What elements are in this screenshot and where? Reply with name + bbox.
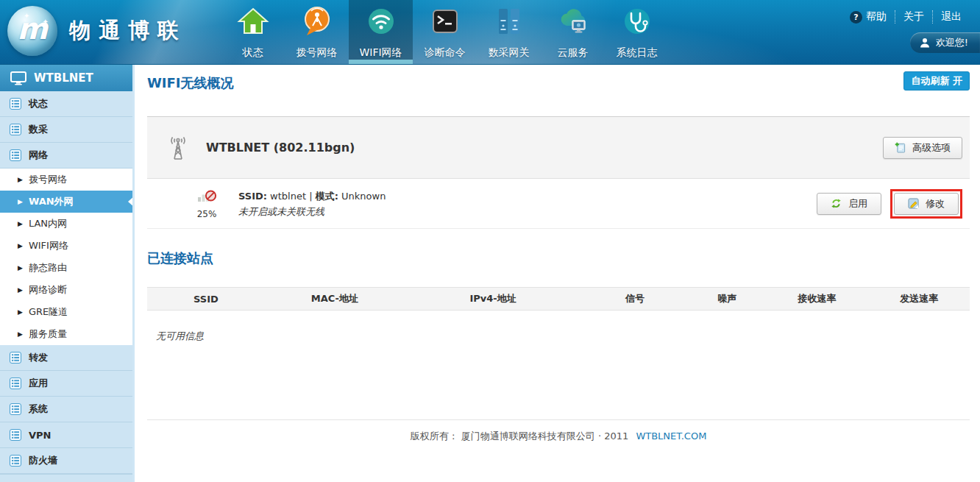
list-icon <box>10 429 21 441</box>
nav-label: 拨号网络 <box>285 46 349 60</box>
stations-header-row: SSID MAC-地址 IPv4-地址 信号 噪声 接收速率 发送速率 <box>147 288 970 311</box>
page-footer: 版权所有： 厦门物通博联网络科技有限公司 · 2011 WTBLNET.COM <box>147 419 970 443</box>
enable-label: 启用 <box>848 197 867 210</box>
nav-tab-data-gateway[interactable]: 数采网关 <box>477 0 541 65</box>
wifi-device-title: WTBLNET (802.11bgn) <box>206 141 355 155</box>
brand-name: 物通博联 <box>69 16 187 46</box>
sidebar-item-data-collect[interactable]: 数采 <box>0 117 135 143</box>
welcome-pill[interactable]: 欢迎您! <box>910 32 980 53</box>
about-label: 关于 <box>903 10 924 24</box>
sidebar-item-gre-tunnel[interactable]: ▶ GRE隧道 <box>0 301 132 323</box>
col-signal: 信号 <box>581 288 688 311</box>
sidebar-item-label: 网络 <box>29 149 48 162</box>
edit-icon <box>908 198 919 209</box>
nav-tab-cloud-service[interactable]: 云服务 <box>541 0 605 65</box>
sidebar-item-network[interactable]: 网络 <box>0 143 135 169</box>
wifi-status-text: 未开启或未关联无线 <box>238 204 386 219</box>
empty-table-message: 无可用信息 <box>156 330 970 343</box>
nav-tab-status[interactable]: 状态 <box>221 0 285 65</box>
utility-links: ? 帮助 关于 退出 <box>842 10 970 24</box>
advanced-options-label: 高级选项 <box>912 141 951 155</box>
brand-logo: m ✦ ✦ 物通博联 <box>7 6 187 56</box>
col-ssid: SSID <box>147 288 265 311</box>
list-icon <box>10 149 21 161</box>
sidebar-item-application[interactable]: 应用 <box>0 371 135 397</box>
help-link[interactable]: ? 帮助 <box>842 10 895 24</box>
ssid-line: SSID: wtblnet | 模式: Unknown <box>238 188 386 204</box>
col-ipv4: IPv4-地址 <box>405 288 581 311</box>
home-icon <box>237 5 269 38</box>
signal-block: 25% <box>185 188 228 219</box>
sidebar: WTBLNET 状态 数采 网络 ▶ 拨号网络 ▶ WAN外网 ▶ LAN内网 <box>0 65 135 482</box>
sidebar-item-qos[interactable]: ▶ 服务质量 <box>0 323 132 345</box>
modify-button[interactable]: 修改 <box>894 193 959 215</box>
cloud-icon <box>557 5 589 38</box>
sidebar-item-dial-network[interactable]: ▶ 拨号网络 <box>0 169 132 191</box>
sidebar-item-label: 应用 <box>29 377 48 390</box>
sidebar-item-lan[interactable]: ▶ LAN内网 <box>0 213 132 235</box>
globe-logo-icon: m ✦ ✦ <box>7 6 57 56</box>
sidebar-item-label: 网络诊断 <box>29 283 67 297</box>
signal-percent: 25% <box>185 209 228 219</box>
sidebar-item-label: 数采 <box>29 123 48 136</box>
nav-tab-wifi-network[interactable]: WIFI网络 <box>349 0 413 65</box>
sidebar-item-label: 转发 <box>29 351 48 364</box>
main-nav: 状态 拨号网络 WIFI网络 诊断命令 <box>221 0 669 65</box>
copyright-text: 版权所有： 厦门物通博联网络科技有限公司 · 2011 <box>411 430 629 442</box>
triangle-icon: ▶ <box>18 198 23 205</box>
nav-label: 状态 <box>221 46 285 60</box>
enable-button[interactable]: 启用 <box>817 193 881 215</box>
sidebar-item-vpn[interactable]: VPN <box>0 422 135 448</box>
triangle-icon: ▶ <box>18 308 23 316</box>
sidebar-item-label: 状态 <box>29 97 48 110</box>
sidebar-item-wan[interactable]: ▶ WAN外网 <box>0 191 135 213</box>
main-content: WIFI无线概况 自动刷新 开 <box>135 65 980 482</box>
dial-network-icon <box>301 5 333 38</box>
col-noise: 噪声 <box>689 288 766 311</box>
sidebar-device-header: WTBLNET <box>0 65 135 91</box>
advanced-options-button[interactable]: 高级选项 <box>883 137 962 159</box>
sidebar-item-wifi[interactable]: ▶ WIFI网络 <box>0 235 132 257</box>
modify-label: 修改 <box>926 197 945 210</box>
sidebar-item-label: VPN <box>29 430 51 441</box>
mode-label: 模式: <box>316 191 338 202</box>
wtblnet-link[interactable]: WTBLNET.COM <box>636 430 706 442</box>
nav-tab-system-log[interactable]: 系统日志 <box>605 0 669 65</box>
auto-refresh-toggle[interactable]: 自动刷新 开 <box>903 71 970 91</box>
about-link[interactable]: 关于 <box>895 10 932 24</box>
help-label: 帮助 <box>866 10 887 24</box>
gateway-icon <box>493 5 525 38</box>
refresh-icon <box>831 198 842 209</box>
sidebar-item-label: WIFI网络 <box>29 239 68 252</box>
mode-value: Unknown <box>341 191 386 202</box>
sidebar-item-forwarding[interactable]: 转发 <box>0 345 135 371</box>
nav-tab-diagnostics[interactable]: 诊断命令 <box>413 0 477 65</box>
wifi-icon <box>365 5 397 38</box>
device-name: WTBLNET <box>34 71 93 85</box>
signal-disabled-icon <box>197 188 217 204</box>
sidebar-item-label: 静态路由 <box>29 261 67 274</box>
triangle-icon: ▶ <box>18 220 23 227</box>
sidebar-item-firewall[interactable]: 防火墙 <box>0 448 135 474</box>
list-icon <box>10 124 21 135</box>
nav-label: 云服务 <box>541 46 605 60</box>
triangle-icon: ▶ <box>18 176 23 183</box>
click-highlight-box: 修改 <box>890 189 962 219</box>
list-icon <box>10 378 21 389</box>
sidebar-item-system[interactable]: 系统 <box>0 397 135 422</box>
col-mac: MAC-地址 <box>265 288 405 311</box>
sidebar-item-net-diagnosis[interactable]: ▶ 网络诊断 <box>0 279 132 301</box>
sidebar-item-static-route[interactable]: ▶ 静态路由 <box>0 257 132 279</box>
antenna-icon <box>165 135 191 161</box>
nav-tab-dial-network[interactable]: 拨号网络 <box>285 0 349 65</box>
sidebar-item-status[interactable]: 状态 <box>0 91 135 117</box>
nav-label: WIFI网络 <box>349 46 413 60</box>
wifi-ssid-row: 25% SSID: wtblnet | 模式: Unknown 未开启或未关联无… <box>147 179 970 229</box>
logout-link[interactable]: 退出 <box>932 10 970 24</box>
terminal-icon <box>429 5 461 38</box>
triangle-icon: ▶ <box>18 264 23 272</box>
user-icon <box>920 38 930 48</box>
sidebar-item-label: 拨号网络 <box>29 173 67 186</box>
list-icon <box>10 98 21 110</box>
sidebar-item-label: 服务质量 <box>29 327 67 341</box>
